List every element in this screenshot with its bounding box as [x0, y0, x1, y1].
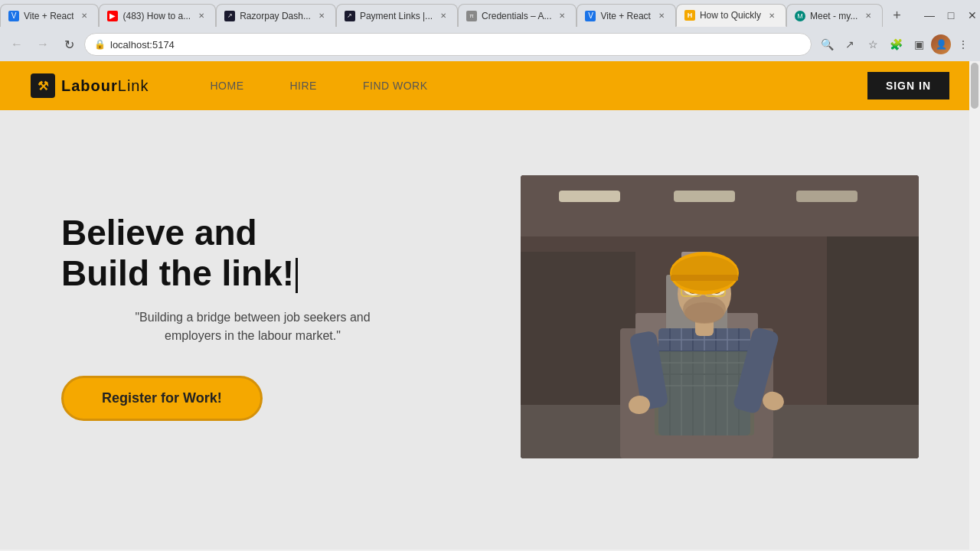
tab-favicon-6: V — [585, 11, 596, 21]
register-button[interactable]: Register for Work! — [61, 376, 263, 421]
logo-text: LabourLink — [61, 77, 149, 95]
logo-light: Link — [118, 77, 149, 94]
text-cursor — [296, 258, 298, 293]
address-text: localhost:5174 — [110, 39, 175, 51]
worker-svg — [521, 175, 919, 458]
tab-vite-react-2[interactable]: V Vite + React ✕ — [577, 4, 675, 27]
nav-home[interactable]: HOME — [210, 80, 243, 92]
tab-favicon-3: ↗ — [224, 11, 235, 21]
tab-title-7: How to Quickly — [700, 10, 761, 21]
reload-button[interactable]: ↻ — [58, 34, 80, 55]
webpage-content: ⚒ LabourLink HOME HIRE FIND WORK SIGN IN… — [0, 61, 980, 549]
logo-icon: ⚒ — [31, 73, 55, 98]
hero-heading: Believe and Build the link! — [61, 213, 444, 294]
tab-youtube[interactable]: ▶ (483) How to a... ✕ — [99, 4, 216, 27]
nav-links: HOME HIRE FIND WORK — [210, 80, 427, 92]
browser-window: V Vite + React ✕ ▶ (483) How to a... ✕ ↗… — [0, 0, 980, 549]
close-button[interactable]: ✕ — [965, 8, 980, 23]
tab-close-8[interactable]: ✕ — [862, 10, 874, 22]
tab-close-5[interactable]: ✕ — [556, 10, 568, 22]
tab-favicon-8: M — [795, 11, 805, 21]
hero-image — [521, 175, 919, 458]
maximize-button[interactable]: □ — [943, 8, 959, 23]
nav-hire[interactable]: HIRE — [289, 80, 316, 92]
nav-find-work[interactable]: FIND WORK — [363, 80, 428, 92]
bookmark-button[interactable]: ☆ — [862, 34, 884, 55]
tab-title-2: (483) How to a... — [122, 11, 191, 21]
tab-razorpay[interactable]: ↗ Razorpay Dash... ✕ — [216, 4, 336, 27]
tab-close-7[interactable]: ✕ — [766, 9, 778, 21]
zoom-button[interactable]: 🔍 — [816, 34, 838, 55]
tab-title-5: Credentials – A... — [482, 11, 551, 21]
lock-icon: 🔒 — [94, 39, 106, 50]
tab-payment-links[interactable]: ↗ Payment Links |... ✕ — [336, 4, 458, 27]
sign-in-button[interactable]: SIGN IN — [867, 72, 949, 99]
tab-how-to-quickly[interactable]: H How to Quickly ✕ — [676, 4, 786, 27]
tab-favicon-7: H — [684, 10, 695, 21]
hero-heading-line1: Believe and — [61, 213, 257, 253]
logo-area: ⚒ LabourLink — [31, 73, 149, 98]
site-navbar: ⚒ LabourLink HOME HIRE FIND WORK SIGN IN — [0, 61, 980, 110]
logo-bold: Labour — [61, 77, 118, 94]
extensions-button[interactable]: 🧩 — [885, 34, 906, 55]
forward-button[interactable]: → — [32, 34, 54, 55]
tab-credentials[interactable]: π Credentials – A... ✕ — [458, 4, 577, 27]
address-bar-row: ← → ↻ 🔒 localhost:5174 🔍 ↗ ☆ 🧩 ▣ 👤 ⋮ — [0, 28, 980, 61]
tab-title-3: Razorpay Dash... — [240, 11, 311, 21]
share-button[interactable]: ↗ — [839, 34, 861, 55]
hero-heading-line2: Build the link! — [61, 253, 294, 293]
toolbar-icons: 🔍 ↗ ☆ 🧩 ▣ 👤 ⋮ — [816, 34, 974, 55]
tab-favicon-5: π — [466, 11, 477, 21]
tab-close-4[interactable]: ✕ — [437, 10, 449, 22]
tab-title-1: Vite + React — [24, 11, 74, 21]
minimize-button[interactable]: — — [922, 8, 937, 23]
tab-vite-react-1[interactable]: V Vite + React ✕ — [0, 4, 99, 27]
new-tab-button[interactable]: + — [886, 5, 907, 26]
scrollbar-thumb[interactable] — [971, 63, 978, 109]
tab-title-8: Meet - my... — [810, 11, 858, 21]
tab-close-1[interactable]: ✕ — [78, 10, 90, 22]
tab-meet[interactable]: M Meet - my... ✕ — [786, 4, 883, 27]
hero-text: Believe and Build the link! "Building a … — [61, 213, 444, 422]
window-controls: — □ ✕ — [922, 8, 980, 23]
address-bar[interactable]: 🔒 localhost:5174 — [84, 33, 812, 56]
hero-section: Believe and Build the link! "Building a … — [0, 110, 980, 523]
svg-rect-46 — [521, 175, 919, 458]
tab-title-6: Vite + React — [600, 11, 650, 21]
tab-favicon-1: V — [8, 11, 19, 21]
tab-close-3[interactable]: ✕ — [315, 10, 328, 22]
tab-close-6[interactable]: ✕ — [655, 10, 668, 22]
tab-close-2[interactable]: ✕ — [195, 10, 207, 22]
tab-title-4: Payment Links |... — [360, 11, 433, 21]
sidebar-button[interactable]: ▣ — [908, 34, 929, 55]
tab-bar: V Vite + React ✕ ▶ (483) How to a... ✕ ↗… — [0, 0, 980, 28]
back-button[interactable]: ← — [6, 34, 28, 55]
more-button[interactable]: ⋮ — [952, 34, 974, 55]
profile-avatar[interactable]: 👤 — [931, 34, 951, 54]
scrollbar[interactable] — [969, 61, 980, 549]
tab-favicon-4: ↗ — [345, 11, 355, 21]
tab-favicon-2: ▶ — [107, 11, 118, 21]
hero-subtext: "Building a bridge between job seekers a… — [61, 308, 444, 345]
svg-text:⚒: ⚒ — [38, 80, 49, 93]
